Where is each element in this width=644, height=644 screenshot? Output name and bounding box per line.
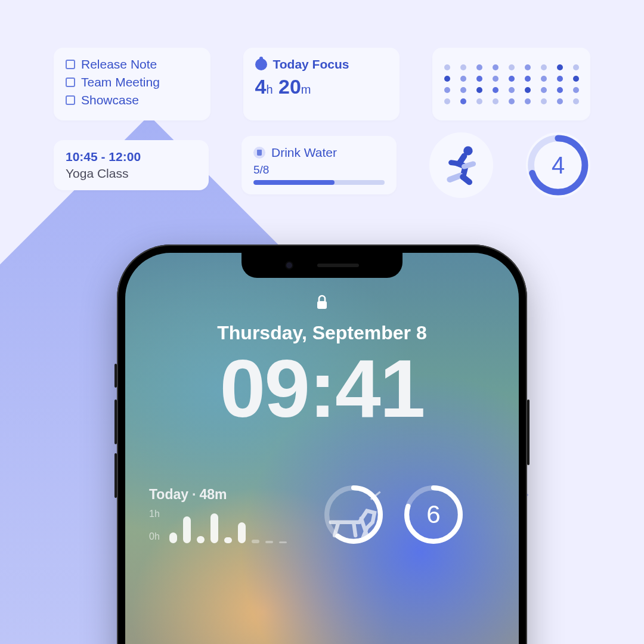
phone-side-button: [527, 400, 530, 465]
heatmap-grid: [444, 64, 579, 104]
lockscreen-widget-chart[interactable]: Today · 48m 1h 0h: [149, 487, 304, 543]
widgets-row-1: Release Note Team Meeting Showcase Today…: [54, 48, 590, 120]
chart-axis-top: 1h: [149, 509, 160, 519]
speaker-grille: [317, 264, 359, 267]
chart-title: Today · 48m: [149, 487, 304, 503]
checklist-item[interactable]: Team Meeting: [66, 75, 199, 89]
ring-icon: [403, 484, 464, 545]
widget-activity-runner[interactable]: [429, 132, 494, 198]
water-progress-fill: [253, 180, 335, 185]
checkbox-icon[interactable]: [66, 95, 75, 105]
checklist-item[interactable]: Showcase: [66, 93, 199, 107]
focus-label: Today Focus: [273, 57, 349, 72]
phone-side-button: [114, 364, 117, 388]
widget-calendar-event[interactable]: 10:45 - 12:00 Yoga Class: [54, 140, 209, 190]
widget-activity-heatmap[interactable]: [432, 48, 590, 120]
widget-today-focus[interactable]: Today Focus 4h 20m: [243, 48, 400, 120]
phone-side-button: [114, 400, 117, 444]
progress-ring-icon: [526, 132, 590, 198]
water-count: 5/8: [253, 163, 385, 177]
widget-drink-water[interactable]: Drink Water 5/8: [242, 136, 397, 194]
glass-icon: [253, 147, 265, 159]
phone-side-button: [114, 453, 117, 498]
checkbox-icon[interactable]: [66, 60, 75, 69]
focus-duration: 4h 20m: [255, 75, 388, 98]
lockscreen-widget-ring[interactable]: 6: [403, 484, 464, 545]
phone-lockscreen[interactable]: Thursday, September 8 09:41 Today · 48m …: [125, 253, 519, 644]
lockscreen-widgets-row: Today · 48m 1h 0h: [149, 484, 495, 545]
lockscreen-time: 09:41: [125, 341, 519, 436]
widget-progress-ring[interactable]: 4: [526, 132, 590, 198]
runner-icon: [441, 144, 482, 186]
lockscreen-widget-pet[interactable]: [323, 484, 384, 545]
phone-frame: Thursday, September 8 09:41 Today · 48m …: [117, 244, 527, 644]
checkbox-icon[interactable]: [66, 78, 75, 87]
checklist-label: Showcase: [81, 93, 139, 107]
chart-axis-bottom: 0h: [149, 531, 160, 542]
camera-icon: [285, 261, 293, 270]
water-label: Drink Water: [271, 145, 337, 160]
event-time: 10:45 - 12:00: [66, 150, 197, 164]
dog-walk-icon: [323, 484, 384, 545]
checklist-label: Team Meeting: [81, 75, 160, 89]
svg-rect-3: [317, 301, 327, 309]
widgets-row-2: 10:45 - 12:00 Yoga Class Drink Water 5/8…: [54, 132, 590, 198]
lock-icon: [316, 295, 328, 312]
water-progress-bar: [253, 180, 385, 185]
phone-notch: [242, 253, 402, 278]
focus-icon: [255, 58, 267, 70]
widget-checklist[interactable]: Release Note Team Meeting Showcase: [54, 48, 210, 120]
checklist-item[interactable]: Release Note: [66, 57, 199, 72]
checklist-label: Release Note: [81, 57, 157, 72]
phone-mockup: Thursday, September 8 09:41 Today · 48m …: [117, 244, 527, 644]
event-name: Yoga Class: [66, 166, 197, 181]
chart-bars: 1h 0h: [149, 509, 304, 543]
